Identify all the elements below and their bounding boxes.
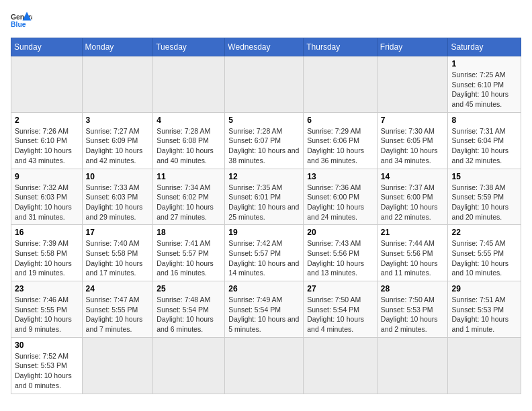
calendar-cell: 9Sunrise: 7:32 AMSunset: 6:03 PMDaylight…: [11, 169, 83, 225]
weekday-header-thursday: Thursday: [304, 38, 378, 56]
weekday-header-tuesday: Tuesday: [153, 38, 225, 56]
logo: General Blue: [11, 11, 32, 30]
calendar-cell: [82, 56, 153, 113]
calendar-cell: 29Sunrise: 7:51 AMSunset: 5:53 PMDayligh…: [448, 281, 521, 338]
day-number: 14: [381, 172, 445, 181]
day-number: 15: [451, 172, 517, 181]
calendar-cell: 7Sunrise: 7:30 AMSunset: 6:05 PMDaylight…: [377, 112, 448, 169]
calendar-cell: 1Sunrise: 7:25 AMSunset: 6:10 PMDaylight…: [448, 56, 521, 113]
calendar-cell: 26Sunrise: 7:49 AMSunset: 5:54 PMDayligh…: [225, 281, 304, 338]
calendar-cell: [448, 337, 521, 394]
calendar-cell: 4Sunrise: 7:28 AMSunset: 6:08 PMDaylight…: [153, 112, 225, 169]
calendar-cell: 5Sunrise: 7:28 AMSunset: 6:07 PMDaylight…: [225, 112, 304, 169]
day-number: 7: [381, 116, 445, 125]
calendar-cell: 17Sunrise: 7:40 AMSunset: 5:58 PMDayligh…: [82, 225, 153, 281]
calendar-cell: [225, 56, 304, 113]
calendar-cell: 23Sunrise: 7:46 AMSunset: 5:55 PMDayligh…: [11, 281, 83, 338]
calendar-week-5: 23Sunrise: 7:46 AMSunset: 5:55 PMDayligh…: [11, 281, 521, 338]
calendar-cell: [304, 56, 378, 113]
calendar-week-4: 16Sunrise: 7:39 AMSunset: 5:58 PMDayligh…: [11, 225, 521, 281]
calendar-cell: 15Sunrise: 7:38 AMSunset: 5:59 PMDayligh…: [448, 169, 521, 225]
calendar-week-2: 2Sunrise: 7:26 AMSunset: 6:10 PMDaylight…: [11, 112, 521, 169]
day-info: Sunrise: 7:25 AMSunset: 6:10 PMDaylight:…: [451, 70, 517, 109]
day-number: 18: [157, 228, 221, 237]
day-number: 6: [307, 116, 373, 125]
day-info: Sunrise: 7:31 AMSunset: 6:04 PMDaylight:…: [451, 126, 517, 166]
day-number: 11: [157, 172, 221, 181]
calendar-week-6: 30Sunrise: 7:52 AMSunset: 5:53 PMDayligh…: [11, 337, 521, 394]
day-number: 12: [228, 172, 300, 181]
calendar-cell: 3Sunrise: 7:27 AMSunset: 6:09 PMDaylight…: [82, 112, 153, 169]
day-info: Sunrise: 7:29 AMSunset: 6:06 PMDaylight:…: [307, 126, 373, 166]
calendar-cell: 14Sunrise: 7:37 AMSunset: 6:00 PMDayligh…: [377, 169, 448, 225]
day-info: Sunrise: 7:43 AMSunset: 5:56 PMDaylight:…: [307, 238, 373, 278]
calendar-cell: [377, 337, 448, 394]
day-number: 23: [15, 284, 79, 293]
calendar-cell: 6Sunrise: 7:29 AMSunset: 6:06 PMDaylight…: [304, 112, 378, 169]
day-info: Sunrise: 7:37 AMSunset: 6:00 PMDaylight:…: [381, 183, 445, 222]
calendar-cell: 2Sunrise: 7:26 AMSunset: 6:10 PMDaylight…: [11, 112, 83, 169]
calendar-cell: 21Sunrise: 7:44 AMSunset: 5:56 PMDayligh…: [377, 225, 448, 281]
day-info: Sunrise: 7:50 AMSunset: 5:53 PMDaylight:…: [381, 295, 445, 334]
day-number: 8: [451, 116, 517, 125]
day-number: 26: [228, 284, 300, 293]
day-info: Sunrise: 7:44 AMSunset: 5:56 PMDaylight:…: [381, 238, 445, 278]
calendar-cell: [225, 337, 304, 394]
day-info: Sunrise: 7:45 AMSunset: 5:55 PMDaylight:…: [451, 238, 517, 278]
calendar-cell: 27Sunrise: 7:50 AMSunset: 5:54 PMDayligh…: [304, 281, 378, 338]
calendar-cell: 24Sunrise: 7:47 AMSunset: 5:55 PMDayligh…: [82, 281, 153, 338]
day-info: Sunrise: 7:49 AMSunset: 5:54 PMDaylight:…: [228, 295, 300, 334]
calendar-header: SundayMondayTuesdayWednesdayThursdayFrid…: [11, 38, 521, 56]
day-number: 1: [451, 59, 517, 68]
day-number: 10: [86, 172, 150, 181]
day-info: Sunrise: 7:34 AMSunset: 6:02 PMDaylight:…: [157, 183, 221, 222]
day-info: Sunrise: 7:42 AMSunset: 5:57 PMDaylight:…: [228, 238, 300, 278]
day-number: 3: [86, 116, 150, 125]
weekday-header-friday: Friday: [377, 38, 448, 56]
calendar-cell: 30Sunrise: 7:52 AMSunset: 5:53 PMDayligh…: [11, 337, 83, 394]
day-number: 24: [86, 284, 150, 293]
calendar-cell: [153, 337, 225, 394]
day-info: Sunrise: 7:28 AMSunset: 6:07 PMDaylight:…: [228, 126, 300, 166]
calendar-cell: 8Sunrise: 7:31 AMSunset: 6:04 PMDaylight…: [448, 112, 521, 169]
day-number: 27: [307, 284, 373, 293]
calendar-week-3: 9Sunrise: 7:32 AMSunset: 6:03 PMDaylight…: [11, 169, 521, 225]
calendar-cell: 19Sunrise: 7:42 AMSunset: 5:57 PMDayligh…: [225, 225, 304, 281]
header-row: SundayMondayTuesdayWednesdayThursdayFrid…: [11, 38, 521, 56]
day-number: 21: [381, 228, 445, 237]
day-number: 30: [15, 340, 79, 350]
day-number: 28: [381, 284, 445, 293]
day-info: Sunrise: 7:50 AMSunset: 5:54 PMDaylight:…: [307, 295, 373, 334]
day-info: Sunrise: 7:28 AMSunset: 6:08 PMDaylight:…: [157, 126, 221, 166]
day-info: Sunrise: 7:52 AMSunset: 5:53 PMDaylight:…: [15, 351, 79, 391]
calendar-cell: [11, 56, 83, 113]
day-info: Sunrise: 7:35 AMSunset: 6:01 PMDaylight:…: [228, 183, 300, 222]
page-header: General Blue: [11, 11, 521, 30]
day-info: Sunrise: 7:38 AMSunset: 5:59 PMDaylight:…: [451, 183, 517, 222]
day-info: Sunrise: 7:30 AMSunset: 6:05 PMDaylight:…: [381, 126, 445, 166]
day-info: Sunrise: 7:46 AMSunset: 5:55 PMDaylight:…: [15, 295, 79, 334]
calendar-cell: 18Sunrise: 7:41 AMSunset: 5:57 PMDayligh…: [153, 225, 225, 281]
calendar-table: SundayMondayTuesdayWednesdayThursdayFrid…: [11, 38, 521, 394]
day-info: Sunrise: 7:36 AMSunset: 6:00 PMDaylight:…: [307, 183, 373, 222]
calendar-cell: [82, 337, 153, 394]
day-number: 4: [157, 116, 221, 125]
weekday-header-monday: Monday: [82, 38, 153, 56]
calendar-cell: 11Sunrise: 7:34 AMSunset: 6:02 PMDayligh…: [153, 169, 225, 225]
day-info: Sunrise: 7:33 AMSunset: 6:03 PMDaylight:…: [86, 183, 150, 222]
day-number: 9: [15, 172, 79, 181]
day-info: Sunrise: 7:40 AMSunset: 5:58 PMDaylight:…: [86, 238, 150, 278]
day-number: 16: [15, 228, 79, 237]
calendar-cell: 12Sunrise: 7:35 AMSunset: 6:01 PMDayligh…: [225, 169, 304, 225]
calendar-cell: 10Sunrise: 7:33 AMSunset: 6:03 PMDayligh…: [82, 169, 153, 225]
calendar-cell: 13Sunrise: 7:36 AMSunset: 6:00 PMDayligh…: [304, 169, 378, 225]
calendar-cell: [304, 337, 378, 394]
day-number: 5: [228, 116, 300, 125]
day-info: Sunrise: 7:27 AMSunset: 6:09 PMDaylight:…: [86, 126, 150, 166]
calendar-cell: 16Sunrise: 7:39 AMSunset: 5:58 PMDayligh…: [11, 225, 83, 281]
day-info: Sunrise: 7:47 AMSunset: 5:55 PMDaylight:…: [86, 295, 150, 334]
day-info: Sunrise: 7:48 AMSunset: 5:54 PMDaylight:…: [157, 295, 221, 334]
calendar-cell: 22Sunrise: 7:45 AMSunset: 5:55 PMDayligh…: [448, 225, 521, 281]
day-info: Sunrise: 7:26 AMSunset: 6:10 PMDaylight:…: [15, 126, 79, 166]
day-number: 2: [15, 116, 79, 125]
